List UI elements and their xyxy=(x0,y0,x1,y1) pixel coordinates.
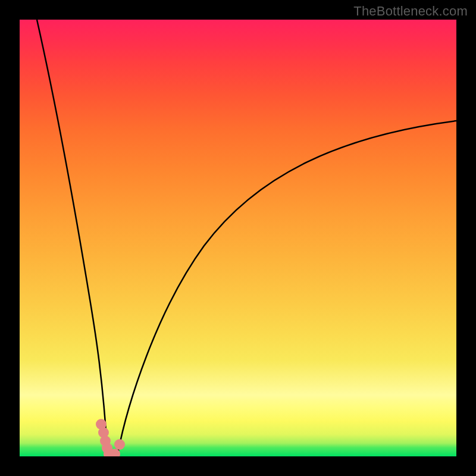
watermark-text: TheBottleneck.com xyxy=(353,4,468,19)
chart-curves-svg xyxy=(20,20,456,456)
right-curve xyxy=(117,121,456,456)
left-curve xyxy=(37,20,108,456)
chart-frame: TheBottleneck.com xyxy=(0,0,476,476)
svg-point-6 xyxy=(114,439,125,450)
